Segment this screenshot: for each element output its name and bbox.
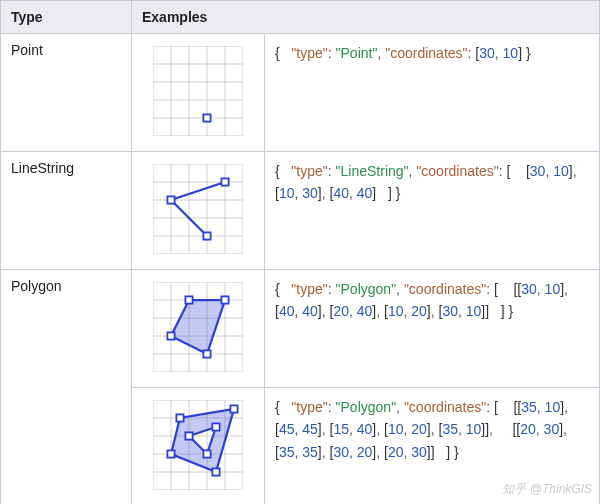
- svg-rect-26: [167, 196, 174, 203]
- table-row: Polygon { "type": "Polygon",: [1, 270, 600, 388]
- code-polygon-hole: { "type": "Polygon", "coordinates": [ [[…: [265, 388, 600, 505]
- type-label-polygon: Polygon: [1, 270, 132, 505]
- type-label-point: Point: [1, 34, 132, 152]
- table-row: Point { "type": "Point", "coordinates": …: [1, 34, 600, 152]
- svg-rect-60: [167, 450, 174, 457]
- svg-rect-41: [203, 350, 210, 357]
- diagram-polygon: [132, 270, 265, 388]
- polygon-icon: [153, 282, 243, 372]
- geojson-types-table: Type Examples Point { "type": "Point",: [0, 0, 600, 504]
- diagram-point: [132, 34, 265, 152]
- svg-rect-12: [203, 114, 210, 121]
- table-row: LineString { "type": "LineString",: [1, 152, 600, 270]
- diagram-polygon-hole: [132, 388, 265, 505]
- point-icon: [153, 46, 243, 136]
- svg-rect-62: [212, 423, 219, 430]
- code-point: { "type": "Point", "coordinates": [30, 1…: [265, 34, 600, 152]
- svg-rect-44: [167, 332, 174, 339]
- svg-rect-59: [176, 414, 183, 421]
- svg-rect-43: [185, 296, 192, 303]
- svg-rect-61: [185, 432, 192, 439]
- code-linestring: { "type": "LineString", "coordinates": […: [265, 152, 600, 270]
- header-examples: Examples: [132, 1, 600, 34]
- linestring-icon: [153, 164, 243, 254]
- svg-rect-27: [221, 178, 228, 185]
- code-polygon: { "type": "Polygon", "coordinates": [ [[…: [265, 270, 600, 388]
- type-label-linestring: LineString: [1, 152, 132, 270]
- svg-rect-63: [203, 450, 210, 457]
- polygon-hole-icon: [153, 400, 243, 490]
- diagram-linestring: [132, 152, 265, 270]
- svg-rect-25: [203, 232, 210, 239]
- header-type: Type: [1, 1, 132, 34]
- svg-rect-57: [212, 468, 219, 475]
- svg-rect-58: [230, 405, 237, 412]
- svg-marker-40: [171, 300, 225, 354]
- svg-rect-42: [221, 296, 228, 303]
